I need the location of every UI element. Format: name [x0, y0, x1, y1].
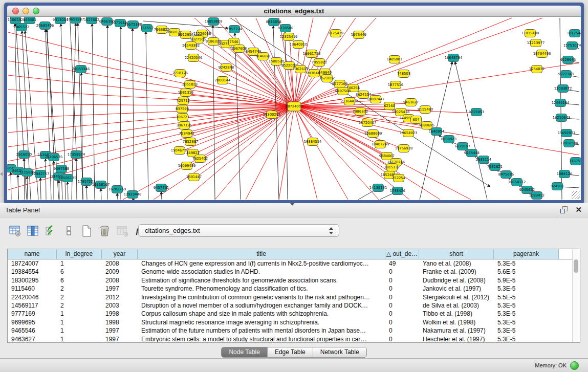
- graph-node[interactable]: 1877516: [388, 81, 403, 89]
- close-panel-icon[interactable]: ✕: [575, 205, 582, 214]
- graph-node[interactable]: 1973449: [351, 31, 366, 39]
- graph-node[interactable]: 17016504: [560, 140, 578, 147]
- graph-node[interactable]: 1733426: [390, 187, 405, 195]
- graph-node[interactable]: 10688609: [364, 130, 382, 138]
- graph-node[interactable]: 1084126: [557, 170, 572, 178]
- new-table-icon[interactable]: [80, 224, 93, 237]
- graph-node[interactable]: 2051823: [182, 81, 198, 89]
- graph-node[interactable]: 16648794: [445, 54, 463, 62]
- graph-node[interactable]: 9463627: [403, 99, 419, 106]
- graph-node[interactable]: 9227343: [558, 71, 574, 78]
- select-all-icon[interactable]: [44, 224, 57, 237]
- column-header-in_degree[interactable]: in_degree: [57, 249, 102, 259]
- table-row[interactable]: 977716911998Corpus callosum shape and si…: [8, 310, 580, 318]
- graph-node[interactable]: 10654112: [508, 179, 526, 186]
- graph-node[interactable]: 8958923: [441, 136, 456, 143]
- graph-node[interactable]: 12213977: [527, 39, 545, 47]
- column-header-pagerank[interactable]: pagerank: [494, 249, 559, 259]
- table-row[interactable]: 2242004622012Investigating the contribut…: [8, 293, 580, 301]
- table-row[interactable]: 969969511998Structural magnetic resonanc…: [8, 318, 580, 326]
- graph-node[interactable]: 3967175: [177, 122, 192, 129]
- table-row[interactable]: 1456911722003Disruption of a novel membe…: [8, 301, 580, 310]
- graph-node[interactable]: 6497568: [335, 87, 351, 95]
- graph-node[interactable]: 8471676: [498, 171, 514, 179]
- graph-node[interactable]: 16782759: [108, 186, 126, 193]
- graph-node[interactable]: 19734493: [533, 50, 551, 58]
- graph-node[interactable]: 9777169: [332, 80, 347, 88]
- graph-node[interactable]: 9218506: [278, 25, 293, 32]
- graph-node[interactable]: 306721: [176, 114, 189, 121]
- graph-node[interactable]: 425712: [177, 97, 190, 105]
- delete-column-icon[interactable]: [116, 224, 129, 237]
- graph-node[interactable]: 9115460: [418, 106, 433, 114]
- graph-node[interactable]: 13640910: [290, 41, 308, 49]
- graph-node[interactable]: 7852397: [183, 138, 198, 146]
- graph-node[interactable]: 3146821: [255, 53, 271, 60]
- column-visibility-icon[interactable]: [26, 224, 39, 237]
- graph-node[interactable]: 16210643: [553, 114, 571, 122]
- window-titlebar[interactable]: citations_edges.txt: [7, 6, 581, 17]
- graph-node[interactable]: 1621052: [319, 75, 335, 82]
- graph-node[interactable]: 8813054: [266, 18, 281, 26]
- graph-node[interactable]: 11015408: [521, 30, 539, 37]
- tab-edge-table[interactable]: Edge Table: [268, 347, 313, 357]
- delete-table-icon[interactable]: [98, 224, 111, 237]
- graph-node[interactable]: 9097588: [54, 165, 69, 173]
- graph-node[interactable]: 15692971: [558, 129, 576, 137]
- graph-node[interactable]: 837593: [176, 105, 189, 113]
- collapse-panel-arrow-icon[interactable]: [0, 172, 3, 176]
- graph-node[interactable]: 2967608: [231, 45, 247, 53]
- tab-node-table[interactable]: Node Table: [222, 347, 268, 357]
- graph-node[interactable]: 849301: [23, 17, 36, 24]
- split-pane-handle-icon[interactable]: [290, 203, 295, 206]
- table-row[interactable]: 1938455462009Genome-wide association stu…: [8, 268, 580, 276]
- graph-node[interactable]: 20691406: [36, 22, 54, 30]
- graph-node[interactable]: 12923446: [124, 191, 142, 199]
- graph-node[interactable]: 7234942: [179, 130, 194, 138]
- graph-node[interactable]: 1485083: [387, 56, 402, 63]
- graph-node[interactable]: 12093872: [554, 85, 572, 93]
- table-row[interactable]: 1830029562008Estimation of significance …: [8, 276, 580, 285]
- graph-node[interactable]: 22420046: [185, 54, 203, 62]
- column-header-short[interactable]: short: [419, 249, 494, 259]
- graph-node[interactable]: 1691447: [186, 173, 202, 181]
- table-row[interactable]: 946362711997Embryonic stem cells: a mode…: [8, 335, 580, 343]
- table-row[interactable]: 1872400712008Changes of HCN gene express…: [8, 259, 580, 268]
- graph-node[interactable]: 1254832: [529, 65, 545, 73]
- graph-node[interactable]: 924501: [551, 183, 564, 190]
- graph-node[interactable]: 1125439: [328, 30, 343, 37]
- graph-node[interactable]: 62160: [384, 102, 395, 110]
- resize-grip-icon[interactable]: [572, 191, 580, 199]
- graph-node[interactable]: 12444194: [552, 99, 570, 107]
- network-canvas[interactable]: 1106532849301140557220691406931305410653…: [7, 17, 581, 200]
- float-panel-icon[interactable]: [560, 206, 568, 213]
- graph-node[interactable]: 2718126: [172, 70, 188, 77]
- graph-node[interactable]: 1362615: [293, 65, 308, 73]
- graph-node[interactable]: 19654923: [400, 129, 418, 137]
- graph-node[interactable]: 21364436: [341, 98, 359, 105]
- graph-node[interactable]: 604: [411, 116, 422, 124]
- scrollbar-thumb[interactable]: [574, 259, 578, 273]
- graph-node[interactable]: 1405572: [14, 24, 29, 31]
- graph-node[interactable]: 19384554: [304, 138, 322, 146]
- graph-node[interactable]: 1093412: [529, 192, 545, 200]
- graph-node[interactable]: 1106532: [8, 17, 23, 24]
- graph-node[interactable]: 1640954: [429, 128, 444, 136]
- graph-node[interactable]: 16099489: [178, 162, 196, 170]
- graph-node[interactable]: 14136141: [369, 184, 387, 192]
- graph-node[interactable]: 1815132: [384, 164, 400, 171]
- graph-node[interactable]: 16053809: [205, 18, 223, 26]
- graph-node[interactable]: 7857224: [227, 26, 242, 33]
- graph-node[interactable]: 1527602: [84, 17, 99, 24]
- graph-node[interactable]: 2803144: [215, 77, 230, 84]
- graph-node[interactable]: 9457791: [154, 184, 169, 192]
- graph-node[interactable]: 1017544: [567, 30, 581, 37]
- graph-node[interactable]: 9474444: [464, 149, 480, 157]
- row-height-icon[interactable]: [62, 224, 75, 237]
- citation-network-graph[interactable]: 1106532849301140557220691406931305410653…: [7, 17, 581, 200]
- graph-node[interactable]: 9242848: [219, 64, 234, 72]
- column-header-out_de[interactable]: △ out_de…: [385, 249, 419, 259]
- graph-node[interactable]: 748503: [397, 70, 410, 78]
- graph-node[interactable]: 2616050: [16, 151, 32, 159]
- graph-node[interactable]: 252254: [392, 174, 405, 182]
